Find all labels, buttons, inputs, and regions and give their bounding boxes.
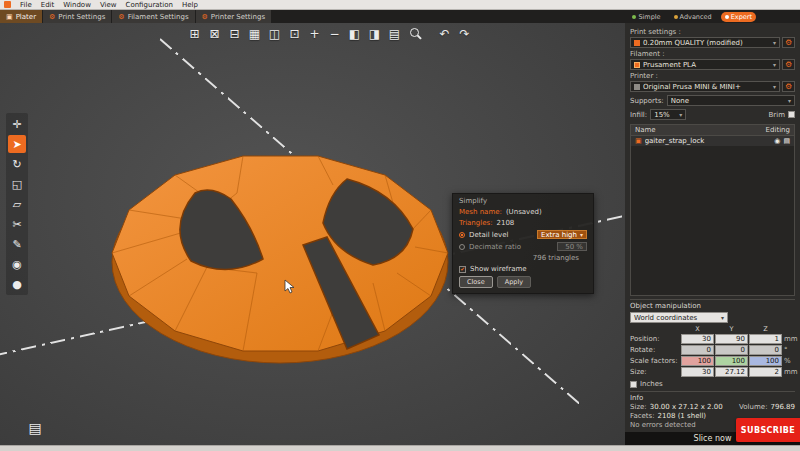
tab-plater[interactable]: ▣ Plater — [0, 10, 42, 23]
printer-label: Printer : — [630, 72, 795, 80]
print-settings-combo[interactable]: 0.20mm QUALITY (modified) ▾ — [630, 37, 780, 48]
search-icon[interactable] — [406, 25, 423, 42]
printer-gear-icon[interactable]: ⚙ — [782, 81, 795, 92]
seam-tool-icon[interactable]: ◉ — [8, 255, 26, 273]
tab-filament-settings[interactable]: ⚙ Filament Settings — [112, 10, 194, 23]
simplify-dialog: Simplify Mesh name: (Unsaved) Triangles:… — [452, 193, 594, 294]
decimate-ratio-label: Decimate ratio — [469, 243, 521, 251]
rotate-x-input[interactable]: 0 — [681, 345, 714, 355]
menu-view[interactable]: View — [100, 0, 117, 10]
mode-advanced[interactable]: Advanced — [670, 12, 716, 22]
size-y-input[interactable]: 27.12 — [715, 367, 748, 377]
detail-level-radio[interactable] — [459, 232, 465, 238]
place-on-face-tool-icon[interactable]: ▱ — [8, 195, 26, 213]
tab-print-settings[interactable]: ⚙ Print Settings — [43, 10, 111, 23]
tab-label: Filament Settings — [128, 13, 189, 21]
delete-object-icon[interactable]: ⊠ — [206, 25, 223, 42]
position-z-input[interactable]: 1 — [749, 334, 782, 344]
size-info-value: 30.00 x 27.12 x 2.00 — [650, 403, 723, 411]
printer-icon — [634, 84, 640, 90]
menu-help[interactable]: Help — [182, 0, 198, 10]
select-tool-icon[interactable]: ➤ — [8, 135, 26, 153]
viewport-3d[interactable]: ⊞ ⊠ ⊟ ▦ ◫ ⊡ + − ◧ ◨ ▤ ↶ ↷ ✛ ➤ ↻ ◱ ▱ ✂ ✎ … — [0, 23, 625, 445]
prusaslicer-window: File Edit Window View Configuration Help… — [0, 0, 800, 451]
brim-label: Brim — [769, 111, 785, 119]
arrange-icon[interactable]: ▦ — [246, 25, 263, 42]
scale-z-input[interactable]: 100 — [749, 356, 782, 366]
apply-button[interactable]: Apply — [497, 276, 531, 288]
position-y-input[interactable]: 90 — [715, 334, 748, 344]
decimate-ratio-field[interactable]: 50 % — [557, 242, 587, 251]
remove-instance-icon[interactable]: − — [326, 25, 343, 42]
brim-checkbox[interactable] — [788, 111, 795, 118]
subscribe-overlay[interactable]: SUBSCRIBE — [736, 418, 800, 442]
size-info-label: Size: — [630, 403, 647, 411]
model-gaiter-strap-lock[interactable] — [95, 135, 470, 385]
supports-value: None — [671, 97, 785, 105]
size-x-input[interactable]: 30 — [681, 367, 714, 377]
paste-icon[interactable]: ⊡ — [286, 25, 303, 42]
add-instance-icon[interactable]: + — [306, 25, 323, 42]
print-settings-gear-icon[interactable]: ⚙ — [782, 37, 795, 48]
tab-label: Print Settings — [58, 13, 105, 21]
status-bar — [0, 445, 800, 451]
app-logo-icon — [4, 1, 11, 8]
info-title: Info — [630, 391, 795, 402]
infill-value: 15% — [654, 111, 676, 119]
menu-configuration[interactable]: Configuration — [126, 0, 173, 10]
top-toolbar: ⊞ ⊠ ⊟ ▦ ◫ ⊡ + − ◧ ◨ ▤ ↶ ↷ — [186, 25, 473, 42]
show-wireframe-checkbox[interactable]: ✔ — [459, 266, 466, 273]
variable-layer-height-icon[interactable]: ▤ — [386, 25, 403, 42]
filament-gear-icon[interactable]: ⚙ — [782, 59, 795, 70]
tab-printer-settings[interactable]: ⚙ Printer Settings — [196, 10, 272, 23]
mode-expert[interactable]: Expert — [721, 12, 756, 22]
gear-icon: ⚙ — [49, 13, 55, 21]
supports-combo[interactable]: None ▾ — [667, 95, 795, 106]
decimate-ratio-radio[interactable] — [459, 244, 465, 250]
move-tool-icon[interactable]: ✛ — [8, 115, 26, 133]
delete-all-icon[interactable]: ⊟ — [226, 25, 243, 42]
size-z-input[interactable]: 2 — [749, 367, 782, 377]
mode-label: Simple — [638, 13, 660, 21]
menu-edit[interactable]: Edit — [41, 0, 55, 10]
detail-level-select[interactable]: Extra high ▾ — [537, 230, 587, 239]
plater-icon: ▣ — [6, 13, 13, 21]
size-label: Size: — [630, 367, 680, 377]
mode-simple[interactable]: Simple — [628, 12, 664, 22]
cut-tool-icon[interactable]: ✂ — [8, 215, 26, 233]
scale-x-input[interactable]: 100 — [681, 356, 714, 366]
filament-combo[interactable]: Prusament PLA ▾ — [630, 59, 780, 70]
paint-supports-tool-icon[interactable]: ✎ — [8, 235, 26, 253]
eye-icon[interactable]: ◉ — [774, 137, 780, 145]
axis-y-header: Y — [715, 325, 748, 333]
coordinates-select[interactable]: World coordinates ▾ — [630, 312, 728, 323]
printer-combo[interactable]: Original Prusa MINI & MINI+ ▾ — [630, 81, 780, 92]
add-object-icon[interactable]: ⊞ — [186, 25, 203, 42]
simple-mode-dot-icon — [632, 15, 636, 19]
inches-checkbox[interactable] — [630, 381, 637, 388]
caret-down-icon: ▾ — [788, 97, 791, 104]
scale-y-input[interactable]: 100 — [715, 356, 748, 366]
tab-bar: ▣ Plater ⚙ Print Settings ⚙ Filament Set… — [0, 10, 800, 23]
position-x-input[interactable]: 30 — [681, 334, 714, 344]
split-to-objects-icon[interactable]: ◧ — [346, 25, 363, 42]
menu-file[interactable]: File — [20, 0, 32, 10]
split-to-parts-icon[interactable]: ◨ — [366, 25, 383, 42]
copy-icon[interactable]: ◫ — [266, 25, 283, 42]
undo-icon[interactable]: ↶ — [436, 25, 453, 42]
scale-tool-icon[interactable]: ◱ — [8, 175, 26, 193]
menu-window[interactable]: Window — [63, 0, 91, 10]
redo-icon[interactable]: ↷ — [456, 25, 473, 42]
object-list: Name Editing ▣ gaiter_strap_lock ◉ ▤ — [630, 124, 795, 296]
gear-icon: ⚙ — [202, 13, 208, 21]
infill-combo[interactable]: 15% ▾ — [650, 109, 686, 120]
rotate-tool-icon[interactable]: ↻ — [8, 155, 26, 173]
layer-view-icon[interactable]: ▤ — [26, 419, 44, 437]
infill-label: Infill: — [630, 111, 647, 119]
object-row[interactable]: ▣ gaiter_strap_lock ◉ ▤ — [631, 136, 794, 146]
rotate-y-input[interactable]: 0 — [715, 345, 748, 355]
rotate-z-input[interactable]: 0 — [749, 345, 782, 355]
close-button[interactable]: Close — [459, 276, 493, 288]
hollow-tool-icon[interactable]: ● — [8, 275, 26, 293]
edit-object-icon[interactable]: ▤ — [783, 137, 790, 145]
